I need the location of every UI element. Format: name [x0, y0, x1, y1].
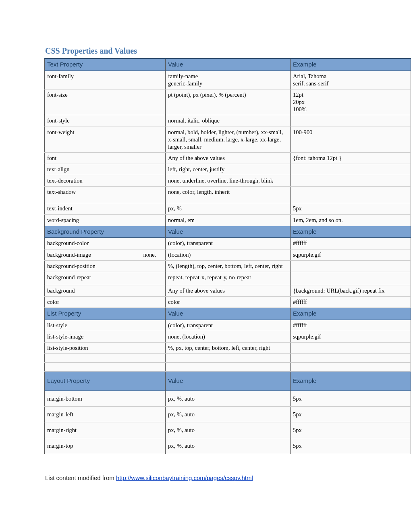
- table-row: font Any of the above values {font: taho…: [45, 152, 411, 164]
- cell-property: font-style: [45, 115, 166, 127]
- col-header-example: Example: [291, 308, 411, 320]
- cell-property: background-color: [45, 238, 166, 249]
- table-row: margin-top px, %, auto 5px: [45, 438, 411, 454]
- table-row: [45, 363, 411, 372]
- table-row: font-size pt (point), px (pixel), % (per…: [45, 89, 411, 115]
- table-row: list-style-image none, (location) sqpurp…: [45, 331, 411, 343]
- cell-example: [291, 260, 411, 272]
- table-row: list-style (color), transparent #ffffff: [45, 320, 411, 331]
- cell-example: [291, 272, 411, 285]
- cell-example: 5px: [291, 391, 411, 407]
- cell-value: normal, italic, oblique: [166, 115, 291, 127]
- cell-example: 12pt20px100%: [291, 89, 411, 115]
- cell-value: left, right, center, justify: [166, 164, 291, 175]
- cell-value: Any of the above values: [166, 285, 291, 296]
- table-row: [45, 354, 411, 363]
- cell-property: background-repeat: [45, 272, 166, 285]
- col-header-value: Value: [166, 58, 291, 71]
- cell-value: px, %, auto: [166, 438, 291, 454]
- table-row: word-spacing normal, em 1em, 2em, and so…: [45, 214, 411, 226]
- cell-property: margin-top: [45, 438, 166, 454]
- col-header-example: Example: [291, 372, 411, 391]
- cell-value: px, %, auto: [166, 391, 291, 407]
- section-header-list: List Property Value Example: [45, 308, 411, 320]
- cell-value: color: [166, 297, 291, 308]
- table-row: background-image none, (location) sqpurp…: [45, 249, 411, 260]
- cell-example: 5px: [291, 438, 411, 454]
- col-header-example: Example: [291, 58, 411, 71]
- col-header-property: List Property: [45, 308, 166, 320]
- cell-property: text-indent: [45, 203, 166, 214]
- table-row: font-weight normal, bold, bolder, lighte…: [45, 127, 411, 152]
- cell-value: %, (length), top, center, bottom, left, …: [166, 260, 291, 272]
- section-header-text: Text Property Value Example: [45, 58, 411, 71]
- table-row: text-align left, right, center, justify: [45, 164, 411, 175]
- cell-value: (color), transparent: [166, 320, 291, 331]
- cell-property: color: [45, 297, 166, 308]
- col-header-value: Value: [166, 226, 291, 238]
- cell-example: #ffffff: [291, 297, 411, 308]
- cell-property: margin-bottom: [45, 391, 166, 407]
- cell-value: none, (location): [166, 331, 291, 343]
- cell-value: Any of the above values: [166, 152, 291, 164]
- cell-example: [291, 343, 411, 354]
- cell-value: family-namegeneric-family: [166, 71, 291, 89]
- table-row: margin-bottom px, %, auto 5px: [45, 391, 411, 407]
- cell-example: 5px: [291, 422, 411, 438]
- footer-text: List content modified from: [45, 474, 116, 481]
- table-row: color color #ffffff: [45, 297, 411, 308]
- footer-link[interactable]: http://www.siliconbaytraining.com/pages/…: [116, 474, 253, 481]
- table-row: font-style normal, italic, oblique: [45, 115, 411, 127]
- cell-value: none, underline, overline, line-through,…: [166, 175, 291, 187]
- cell-example: sqpurple.gif: [291, 331, 411, 343]
- cell-value: normal, em: [166, 214, 291, 226]
- col-header-property: Layout Property: [45, 372, 166, 391]
- cell-value: px, %, auto: [166, 407, 291, 422]
- cell-property: background: [45, 285, 166, 296]
- table-row: margin-right px, %, auto 5px: [45, 422, 411, 438]
- cell-property: font-size: [45, 89, 166, 115]
- cell-property: font-weight: [45, 127, 166, 152]
- cell-value: none, color, length, inherit: [166, 187, 291, 203]
- cell-example: [291, 187, 411, 203]
- table-row: font-family family-namegeneric-family Ar…: [45, 71, 411, 89]
- table-row: background-repeat repeat, repeat-x, repe…: [45, 272, 411, 285]
- cell-property: list-style: [45, 320, 166, 331]
- table-row: background-color (color), transparent #f…: [45, 238, 411, 249]
- cell-value: (location): [166, 249, 291, 260]
- col-header-value: Value: [166, 308, 291, 320]
- col-header-example: Example: [291, 226, 411, 238]
- cell-example: #ffffff: [291, 238, 411, 249]
- table-row: text-shadow none, color, length, inherit: [45, 187, 411, 203]
- cell-property-none: none,: [92, 251, 156, 258]
- cell-property: margin-right: [45, 422, 166, 438]
- cell-example: 5px: [291, 407, 411, 422]
- cell-property: list-style-image: [45, 331, 166, 343]
- cell-example: [291, 175, 411, 187]
- cell-value: repeat, repeat-x, repeat-y, no-repeat: [166, 272, 291, 285]
- col-header-value: Value: [166, 372, 291, 391]
- cell-example: {background: URL(back.gif) repeat fix: [291, 285, 411, 296]
- cell-property: text-shadow: [45, 187, 166, 203]
- cell-example: Arial, Tahomaserif, sans-serif: [291, 71, 411, 89]
- cell-property-text: background-image: [47, 251, 91, 258]
- cell-example: 5px: [291, 203, 411, 214]
- cell-example: [291, 164, 411, 175]
- col-header-property: Background Property: [45, 226, 166, 238]
- cell-property: background-image none,: [45, 249, 166, 260]
- table-row: background-position %, (length), top, ce…: [45, 260, 411, 272]
- page-title: CSS Properties and Values: [45, 46, 411, 56]
- cell-property: margin-left: [45, 407, 166, 422]
- cell-example: #ffffff: [291, 320, 411, 331]
- cell-property: text-decoration: [45, 175, 166, 187]
- section-header-background: Background Property Value Example: [45, 226, 411, 238]
- table-row: background Any of the above values {back…: [45, 285, 411, 296]
- cell-value: normal, bold, bolder, lighter, (number),…: [166, 127, 291, 152]
- cell-property: font: [45, 152, 166, 164]
- cell-example: [291, 115, 411, 127]
- css-properties-table: Text Property Value Example font-family …: [44, 58, 411, 454]
- table-row: list-style-position %, px, top, center, …: [45, 343, 411, 354]
- table-row: margin-left px, %, auto 5px: [45, 407, 411, 422]
- cell-value: px, %, auto: [166, 422, 291, 438]
- cell-value: (color), transparent: [166, 238, 291, 249]
